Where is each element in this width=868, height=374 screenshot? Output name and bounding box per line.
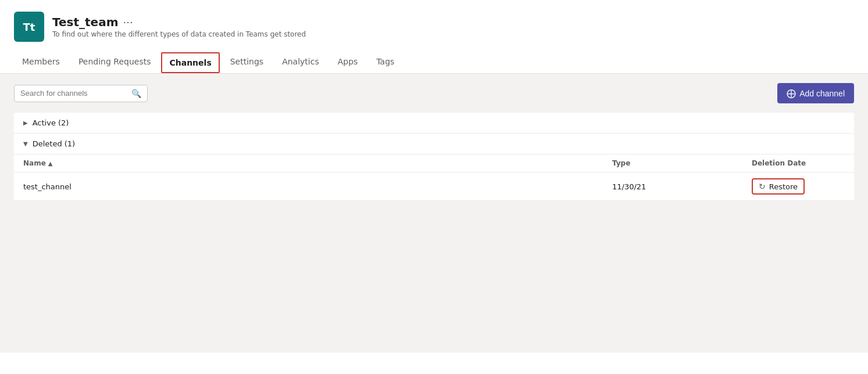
team-description: To find out where the different types of… [52,30,306,38]
active-section-header[interactable]: ▶ Active (2) [14,113,854,134]
deleted-label: Deleted [33,139,62,148]
col-empty-header [496,159,612,167]
col-type-label: Type [612,159,630,167]
col-name-label: Name [23,159,46,167]
restore-button[interactable]: ↻ Restore [752,178,805,195]
tab-settings[interactable]: Settings [222,51,272,73]
tab-pending-requests[interactable]: Pending Requests [70,51,159,73]
channel-name: test_channel [23,182,496,191]
team-name-row: Test_team ··· [52,15,306,29]
content-area: 🔍 ⨁ Add channel ▶ Active (2) ▼ Deleted (… [0,74,868,353]
add-channel-button[interactable]: ⨁ Add channel [777,83,854,103]
sort-arrow-name: ▲ [48,160,53,167]
tab-tags[interactable]: Tags [368,51,402,73]
tab-members[interactable]: Members [14,51,68,73]
tab-apps[interactable]: Apps [330,51,366,73]
page-container: Tt Test_team ··· To find out where the d… [0,0,868,374]
active-chevron: ▶ [23,120,28,126]
restore-cell: ↻ Restore [752,178,845,195]
restore-icon: ↻ [759,182,766,191]
tab-analytics[interactable]: Analytics [274,51,327,73]
column-headers: Name ▲ Type Deletion Date [14,154,854,172]
add-channel-label: Add channel [799,89,845,98]
active-label: Active [33,118,56,127]
deleted-count: (1) [65,139,75,148]
col-deletion-date-header: Deletion Date [752,159,845,167]
search-icon: 🔍 [131,89,141,98]
deleted-section-header[interactable]: ▼ Deleted (1) [14,134,854,154]
toolbar: 🔍 ⨁ Add channel [14,83,854,103]
nav-tabs: Members Pending Requests Channels Settin… [0,51,868,74]
team-name: Test_team [52,15,118,29]
ellipsis-menu[interactable]: ··· [123,16,133,28]
search-input[interactable] [20,89,127,98]
search-box: 🔍 [14,85,148,102]
header: Tt Test_team ··· To find out where the d… [0,0,868,51]
add-channel-icon: ⨁ [787,88,796,99]
tab-channels[interactable]: Channels [161,52,219,73]
avatar: Tt [14,12,44,42]
active-count: (2) [58,118,69,127]
col-deletion-date-label: Deletion Date [752,159,806,167]
col-type-header: Type [612,159,752,167]
col-name-header: Name ▲ [23,159,496,167]
table-row: test_channel 11/30/21 ↻ Restore [14,172,854,201]
restore-label: Restore [769,182,798,191]
header-info: Test_team ··· To find out where the diff… [52,15,306,38]
deleted-chevron: ▼ [23,141,28,147]
channel-deletion-date: 11/30/21 [612,182,752,191]
channels-table: ▶ Active (2) ▼ Deleted (1) Name ▲ Type [14,113,854,201]
